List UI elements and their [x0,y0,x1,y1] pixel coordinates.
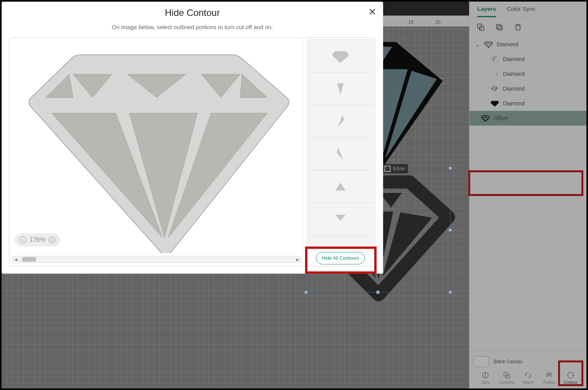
contour-item-2[interactable] [307,72,373,105]
scroll-thumb[interactable] [22,257,36,262]
modal-subtitle: On image below, select outlined portions… [9,24,376,30]
svg-marker-35 [338,115,344,128]
zoom-value: 176% [30,236,45,243]
contour-list-panel: Hide All Contours [307,39,374,264]
close-button[interactable] [368,7,377,17]
zoom-control: − 176% + [15,233,60,247]
svg-marker-37 [335,183,345,191]
contour-item-1[interactable] [307,40,373,72]
modal-body: − 176% + ◀ ▶ H [9,37,376,266]
contour-list[interactable] [307,39,374,248]
preview-h-scrollbar[interactable]: ◀ ▶ [12,256,301,263]
zoom-in-button[interactable]: + [49,236,56,243]
contour-item-4[interactable] [307,138,373,170]
hide-all-contours-button[interactable]: Hide All Contours [316,252,365,264]
modal-title: Hide Contour [9,7,376,18]
svg-marker-34 [337,83,344,95]
scroll-right-icon[interactable]: ▶ [295,257,301,262]
scroll-left-icon[interactable]: ◀ [13,257,19,262]
contour-item-3[interactable] [307,105,373,138]
close-icon [368,7,377,16]
svg-marker-36 [337,148,343,160]
preview-shape[interactable] [15,43,295,253]
hide-contour-modal: Hide Contour On image below, select outl… [2,2,383,274]
contour-item-6[interactable] [307,203,373,236]
app-frame: 19 20 3.5 in [0,0,588,390]
contour-preview[interactable]: − 176% + ◀ ▶ [11,39,303,264]
contour-item-5[interactable] [307,170,373,203]
svg-marker-38 [335,215,345,221]
zoom-out-button[interactable]: − [19,236,26,243]
